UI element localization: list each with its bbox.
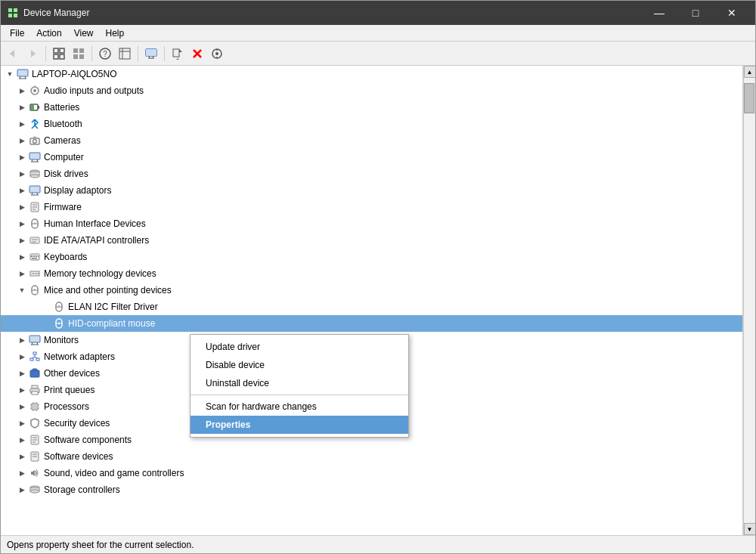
processors-icon bbox=[29, 401, 41, 413]
disk-expand-icon[interactable]: ▶ bbox=[16, 168, 28, 180]
svg-rect-98 bbox=[33, 369, 37, 371]
tree-item-hid[interactable]: ▶ Human Interface Devices bbox=[1, 215, 742, 232]
scan-button[interactable] bbox=[208, 45, 226, 63]
svg-point-122 bbox=[30, 490, 39, 493]
svg-rect-76 bbox=[36, 273, 37, 274]
tree-item-bluetooth[interactable]: ▶ Bluetooth bbox=[1, 116, 742, 132]
scroll-down-button[interactable]: ▼ bbox=[744, 523, 756, 535]
tree-item-disk[interactable]: ▶ Disk drives bbox=[1, 166, 742, 182]
ctx-uninstall-device[interactable]: Uninstall device bbox=[191, 374, 408, 392]
tree-item-audio[interactable]: ▶ Audio inputs and outputs bbox=[1, 82, 742, 99]
svg-rect-41 bbox=[38, 106, 39, 109]
forward-button[interactable] bbox=[23, 45, 42, 63]
svg-rect-2 bbox=[8, 14, 12, 17]
display-expand-icon[interactable]: ▶ bbox=[16, 184, 28, 197]
svg-rect-63 bbox=[30, 237, 39, 243]
tree-item-display[interactable]: ▶ Display adaptors bbox=[1, 182, 742, 199]
scroll-thumb[interactable] bbox=[744, 83, 754, 113]
audio-expand-icon[interactable]: ▶ bbox=[16, 85, 28, 97]
print-expand-icon[interactable]: ▶ bbox=[16, 384, 28, 396]
menu-file[interactable]: File bbox=[4, 26, 30, 40]
svg-rect-75 bbox=[35, 273, 36, 274]
security-label: Security devices bbox=[44, 418, 110, 429]
svg-rect-7 bbox=[60, 48, 64, 53]
svg-rect-87 bbox=[29, 336, 40, 342]
add-driver-button[interactable]: + bbox=[169, 45, 187, 63]
firmware-expand-icon[interactable]: ▶ bbox=[16, 201, 28, 213]
menu-action[interactable]: Action bbox=[30, 26, 67, 40]
svg-rect-6 bbox=[54, 48, 58, 53]
tree-item-cameras[interactable]: ▶ Cameras bbox=[1, 132, 742, 149]
sw-devices-expand-icon[interactable]: ▶ bbox=[16, 450, 28, 463]
network-label: Network adapters bbox=[44, 351, 115, 362]
tree-item-sound[interactable]: ▶ Sound, video and game controllers bbox=[1, 465, 742, 481]
ide-expand-icon[interactable]: ▶ bbox=[16, 234, 28, 246]
back-button[interactable] bbox=[4, 45, 22, 63]
menu-view[interactable]: View bbox=[68, 26, 100, 40]
mice-label: Mice and other pointing devices bbox=[44, 285, 172, 296]
toolbar-sep-2 bbox=[91, 46, 92, 61]
tree-item-computer[interactable]: ▶ Computer bbox=[1, 149, 742, 166]
svg-rect-91 bbox=[33, 352, 36, 354]
print-icon bbox=[29, 384, 41, 396]
security-expand-icon[interactable]: ▶ bbox=[16, 417, 28, 429]
device-tree[interactable]: ▼ LAPTOP-AIQLO5NO ▶ bbox=[1, 66, 743, 535]
hid-mouse-expand-placeholder bbox=[40, 317, 52, 330]
svg-rect-16 bbox=[119, 48, 130, 59]
tree-root[interactable]: ▼ LAPTOP-AIQLO5NO bbox=[1, 66, 742, 82]
batteries-expand-icon[interactable]: ▶ bbox=[16, 101, 28, 113]
storage-expand-icon[interactable]: ▶ bbox=[16, 484, 28, 496]
tree-item-hid-mouse[interactable]: HID-compliant mouse bbox=[1, 315, 742, 332]
computer-expand-icon[interactable]: ▶ bbox=[16, 151, 28, 163]
other-expand-icon[interactable]: ▶ bbox=[16, 367, 28, 379]
svg-marker-25 bbox=[179, 49, 182, 52]
cameras-label: Cameras bbox=[44, 135, 81, 146]
tree-item-storage[interactable]: ▶ Storage controllers bbox=[1, 481, 742, 498]
other-label: Other devices bbox=[44, 368, 100, 379]
connections-button[interactable] bbox=[116, 45, 134, 63]
network-expand-icon[interactable]: ▶ bbox=[16, 351, 28, 363]
hid-expand-icon[interactable]: ▶ bbox=[16, 218, 28, 230]
keyboards-expand-icon[interactable]: ▶ bbox=[16, 251, 28, 263]
show-resources-button[interactable] bbox=[70, 45, 88, 63]
tree-item-keyboards[interactable]: ▶ Keyboards bbox=[1, 249, 742, 265]
sw-components-expand-icon[interactable]: ▶ bbox=[16, 434, 28, 446]
context-menu: Update driver Disable device Uninstall d… bbox=[190, 334, 409, 438]
minimize-button[interactable]: — bbox=[642, 1, 677, 25]
maximize-button[interactable]: □ bbox=[678, 1, 713, 25]
svg-rect-52 bbox=[29, 186, 40, 193]
tree-item-ide[interactable]: ▶ IDE ATA/ATAPI controllers bbox=[1, 232, 742, 249]
cameras-expand-icon[interactable]: ▶ bbox=[16, 135, 28, 147]
remove-driver-button[interactable] bbox=[188, 45, 206, 63]
show-hidden-button[interactable] bbox=[50, 45, 68, 63]
processors-expand-icon[interactable]: ▶ bbox=[16, 401, 28, 413]
ctx-properties[interactable]: Properties bbox=[191, 416, 408, 434]
ctx-update-driver[interactable]: Update driver bbox=[191, 338, 408, 356]
sound-expand-icon[interactable]: ▶ bbox=[16, 467, 28, 479]
root-expand-icon[interactable]: ▼ bbox=[4, 68, 16, 80]
monitors-expand-icon[interactable]: ▶ bbox=[16, 334, 28, 346]
batteries-label: Batteries bbox=[44, 102, 79, 113]
hid-mouse-icon bbox=[53, 317, 65, 330]
close-button[interactable]: ✕ bbox=[714, 1, 749, 25]
svg-rect-8 bbox=[54, 54, 58, 59]
tree-item-elan[interactable]: ELAN I2C Filter Driver bbox=[1, 299, 742, 315]
mice-expand-icon[interactable]: ▼ bbox=[16, 284, 28, 296]
audio-icon bbox=[29, 85, 41, 97]
ctx-disable-device[interactable]: Disable device bbox=[191, 356, 408, 374]
memory-expand-icon[interactable]: ▶ bbox=[16, 268, 28, 280]
svg-rect-45 bbox=[29, 153, 40, 159]
ctx-scan-hardware[interactable]: Scan for hardware changes bbox=[191, 398, 408, 416]
tree-item-batteries[interactable]: ▶ Batteries bbox=[1, 99, 742, 116]
display-label: Display adaptors bbox=[44, 185, 111, 196]
menu-help[interactable]: Help bbox=[100, 26, 131, 40]
help-button[interactable]: ? bbox=[96, 45, 114, 63]
tree-item-mice[interactable]: ▼ Mice and other pointing devices bbox=[1, 282, 742, 299]
scroll-up-button[interactable]: ▲ bbox=[744, 66, 756, 78]
tree-item-firmware[interactable]: ▶ Firmware bbox=[1, 199, 742, 215]
bluetooth-expand-icon[interactable]: ▶ bbox=[16, 118, 28, 130]
tree-item-software-devices[interactable]: ▶ Software devices bbox=[1, 448, 742, 465]
tree-item-memory[interactable]: ▶ Memory technology devices bbox=[1, 265, 742, 282]
elan-label: ELAN I2C Filter Driver bbox=[68, 302, 158, 312]
monitor-button[interactable] bbox=[142, 45, 160, 63]
